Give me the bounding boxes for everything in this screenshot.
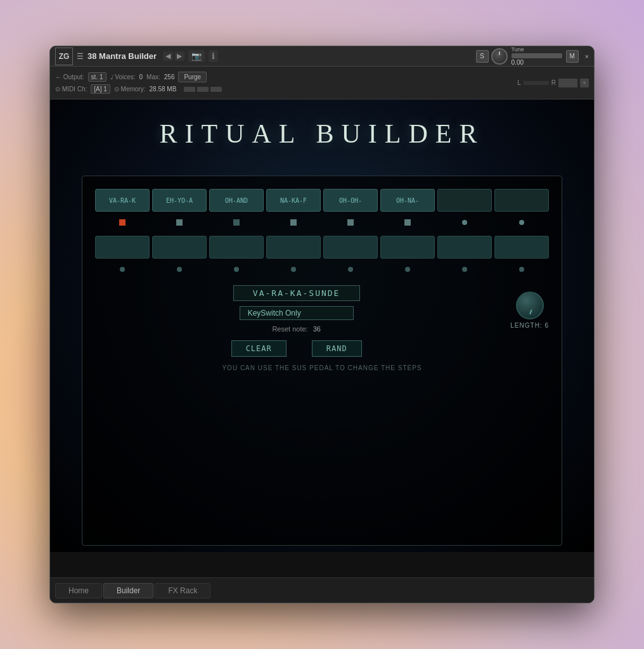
seq-indicator-2-8 xyxy=(494,264,549,275)
seq-indicator-1-1 xyxy=(95,217,150,228)
clear-button[interactable]: CLEAR xyxy=(231,340,287,357)
memory-value: 28.58 MB xyxy=(150,86,177,93)
indicator-dot-2-8[interactable] xyxy=(519,267,524,272)
seq-indicator-2-2 xyxy=(152,264,207,275)
hamburger-icon[interactable]: ☰ xyxy=(77,52,84,61)
seq-indicator-1-7 xyxy=(437,217,492,228)
reset-row: Reset note: 36 xyxy=(272,325,321,333)
seq-cell-1-3[interactable]: OH-AND xyxy=(209,189,264,212)
indicator-dot-8[interactable] xyxy=(519,220,524,225)
seq-cell-2-1[interactable] xyxy=(95,236,150,259)
sequencer-row2-section xyxy=(95,236,549,275)
m-button[interactable]: M xyxy=(566,50,579,63)
seq-cell-1-7[interactable] xyxy=(437,189,492,212)
seq-indicator-1-5 xyxy=(323,217,378,228)
zg-logo: ZG xyxy=(55,48,73,65)
sequencer-row1-section: VA-RA-K EH-YO-A OH-AND NA-KA-F OH-OH- OH… xyxy=(95,189,549,228)
seq-cell-1-1[interactable]: VA-RA-K xyxy=(95,189,150,212)
output-label: ← Output: xyxy=(55,74,84,80)
sub-bar: ← Output: st. 1 ♩ Voices: 0 Max: 256 Pur… xyxy=(50,67,594,100)
seq-indicator-2-3 xyxy=(209,264,264,275)
reset-label: Reset note: xyxy=(272,325,307,333)
prev-arrow[interactable]: ◀ xyxy=(163,51,173,61)
indicator-dot-2-1[interactable] xyxy=(120,267,125,272)
indicator-dot-2-5[interactable] xyxy=(348,267,353,272)
seq-cell-2-8[interactable] xyxy=(494,236,549,259)
main-title: RITUAL BUILDER xyxy=(50,119,594,149)
tune-label: Tune xyxy=(512,46,524,53)
indicator-square-5[interactable] xyxy=(347,219,354,226)
nav-arrows: ◀ ▶ xyxy=(163,51,184,61)
seq-indicator-2-5 xyxy=(323,264,378,275)
indicator-dot-2-6[interactable] xyxy=(405,267,410,272)
length-knob[interactable] xyxy=(516,292,544,319)
rand-button[interactable]: RAND xyxy=(312,340,362,357)
indicator-square-3[interactable] xyxy=(233,219,240,226)
seq-cell-2-2[interactable] xyxy=(152,236,207,259)
plus-btn[interactable]: + xyxy=(580,79,589,87)
seq-indicator-1-4 xyxy=(266,217,321,228)
max-value: 256 xyxy=(164,74,175,80)
tune-knob[interactable] xyxy=(491,48,508,65)
seq-cell-1-4[interactable]: NA-KA-F xyxy=(266,189,321,212)
indicator-square-4[interactable] xyxy=(290,219,297,226)
level-slider[interactable] xyxy=(512,53,562,58)
seq-cell-1-2[interactable]: EH-YO-A xyxy=(152,189,207,212)
seq-cell-2-6[interactable] xyxy=(380,236,435,259)
purge-button[interactable]: Purge xyxy=(178,72,207,82)
indicator-dot-2-2[interactable] xyxy=(177,267,182,272)
seq-cell-1-8[interactable] xyxy=(494,189,549,212)
tab-home[interactable]: Home xyxy=(55,583,102,598)
close-button[interactable]: × xyxy=(585,53,589,60)
midi-label: ⊙ MIDI Ch: xyxy=(55,86,87,93)
output-row: ← Output: st. 1 ♩ Voices: 0 Max: 256 Pur… xyxy=(55,72,505,82)
tab-fx-rack[interactable]: FX Rack xyxy=(155,583,210,598)
seq-indicator-1-3 xyxy=(209,217,264,228)
seq-cell-2-5[interactable] xyxy=(323,236,378,259)
next-arrow[interactable]: ▶ xyxy=(174,51,184,61)
indicator-dot-7[interactable] xyxy=(462,220,467,225)
instrument-title: 38 Mantra Builder xyxy=(87,51,157,61)
info-icon[interactable]: ℹ xyxy=(209,50,218,62)
seq-indicators-row2 xyxy=(95,264,549,275)
camera-icon[interactable]: 📷 xyxy=(188,50,205,62)
indicator-dot-2-4[interactable] xyxy=(291,267,296,272)
right-controls: LENGTH: 6 xyxy=(510,285,549,329)
seq-cell-2-7[interactable] xyxy=(437,236,492,259)
midi-dropdown[interactable]: [A] 1 xyxy=(91,84,110,94)
seq-cell-2-3[interactable] xyxy=(209,236,264,259)
s-button[interactable]: S xyxy=(476,50,489,63)
title-bar: ZG ☰ 38 Mantra Builder ◀ ▶ 📷 ℹ S Tune xyxy=(50,46,594,67)
seq-indicator-2-4 xyxy=(266,264,321,275)
seq-indicator-1-6 xyxy=(380,217,435,228)
controls-section: VA-RA-KA-SUNDE KeySwitch Only Reset note… xyxy=(95,285,549,371)
content-area: RITUAL BUILDER VA-RA-K EH-YO-A OH-AND NA… xyxy=(50,100,594,577)
indicator-dot-2-7[interactable] xyxy=(462,267,467,272)
keyswitch-dropdown[interactable]: KeySwitch Only xyxy=(240,306,354,320)
action-row: CLEAR RAND xyxy=(231,340,362,357)
seq-cell-1-6[interactable]: OH-NA- xyxy=(380,189,435,212)
seq-indicator-2-6 xyxy=(380,264,435,275)
output-dropdown[interactable]: st. 1 xyxy=(88,72,106,82)
seq-cell-1-5[interactable]: OH-OH- xyxy=(323,189,378,212)
sequencer-row2 xyxy=(95,236,549,259)
seq-indicators-row1 xyxy=(95,217,549,228)
title-bar-left: ZG ☰ 38 Mantra Builder ◀ ▶ 📷 ℹ xyxy=(55,48,472,65)
tune-section: Tune 0.00 xyxy=(512,46,562,66)
hint-text: YOU CAN USE THE SUS PEDAL TO CHANGE THE … xyxy=(222,364,422,371)
phrase-display: VA-RA-KA-SUNDE xyxy=(233,285,360,301)
tab-builder[interactable]: Builder xyxy=(103,583,153,598)
voices-value: 0 xyxy=(139,74,143,80)
indicator-square-1[interactable] xyxy=(119,219,126,226)
title-bar-right: S Tune 0.00 M × xyxy=(476,46,589,66)
indicator-dot-2-3[interactable] xyxy=(234,267,239,272)
midi-row: ⊙ MIDI Ch: [A] 1 ⊙ Memory: 28.58 MB xyxy=(55,84,505,94)
seq-indicator-1-8 xyxy=(494,217,549,228)
indicator-square-2[interactable] xyxy=(176,219,183,226)
reset-value: 36 xyxy=(313,325,321,333)
indicator-square-6[interactable] xyxy=(404,219,411,226)
sequencer-row1: VA-RA-K EH-YO-A OH-AND NA-KA-F OH-OH- OH… xyxy=(95,189,549,212)
left-controls: VA-RA-KA-SUNDE KeySwitch Only Reset note… xyxy=(95,285,498,357)
sub-bar-info: ← Output: st. 1 ♩ Voices: 0 Max: 256 Pur… xyxy=(55,72,505,94)
seq-cell-2-4[interactable] xyxy=(266,236,321,259)
